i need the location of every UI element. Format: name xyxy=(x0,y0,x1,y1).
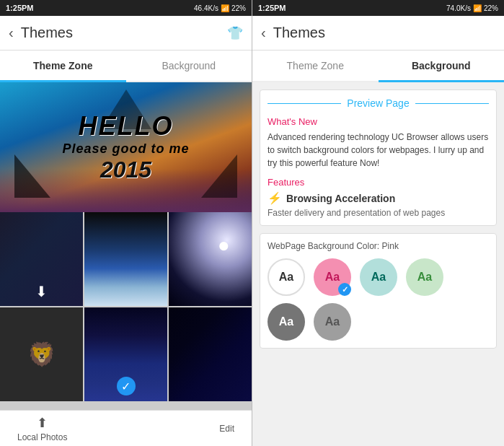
time-left: 1:25PM xyxy=(6,4,34,12)
tab-background-right[interactable]: Background xyxy=(379,51,505,82)
hero-year: 2015 xyxy=(100,157,151,183)
swatch-dark1[interactable]: Aa xyxy=(268,303,305,341)
title-left: Themes xyxy=(21,25,227,41)
status-bar-right: 1:25PM 74.0K/s 📶 22% xyxy=(252,0,504,16)
signal-icon-right: 📶 xyxy=(473,4,482,12)
swatch-green[interactable]: Aa xyxy=(406,258,443,296)
status-bar-left: 1:25PM 46.4K/s 📶 22% xyxy=(0,0,252,16)
right-panel: 1:25PM 74.0K/s 📶 22% ‹ Themes Theme Zone… xyxy=(252,0,504,446)
tab-theme-zone-right[interactable]: Theme Zone xyxy=(252,51,379,82)
feature-desc: Faster delivery and presentation of web … xyxy=(268,208,489,218)
swatch-pink[interactable]: Aa xyxy=(314,258,351,296)
whats-new-body: Advanced rendering technology UC Browser… xyxy=(268,131,489,170)
left-panel: 1:25PM 46.4K/s 📶 22% ‹ Themes 👕 Theme Zo… xyxy=(0,0,252,446)
lightning-icon: ⚡ xyxy=(268,191,282,205)
title-right: Themes xyxy=(273,25,495,41)
battery-right: 22% xyxy=(484,4,498,12)
back-button-right[interactable]: ‹ xyxy=(261,25,266,41)
swatch-white[interactable]: Aa xyxy=(268,258,305,296)
hero-title: HELLO xyxy=(79,111,174,141)
edit-label: Edit xyxy=(219,424,234,434)
upload-icon: ⬆ xyxy=(37,415,48,431)
battery-left: 22% xyxy=(231,4,246,12)
tab-background-left[interactable]: Background xyxy=(126,51,252,82)
selected-check: ✓ xyxy=(117,377,136,395)
preview-title-row: Preview Page xyxy=(268,97,489,109)
swatch-dark2[interactable]: Aa xyxy=(314,303,351,341)
local-photos-label: Local Photos xyxy=(17,432,67,442)
triangle-left-deco xyxy=(14,154,50,198)
edit-button[interactable]: Edit xyxy=(219,424,234,434)
thumbnail-grid: ⬇ ● 🦁 ✓ xyxy=(0,212,252,410)
triangle-right-deco xyxy=(201,154,237,198)
signal-icon: 📶 xyxy=(221,4,229,12)
color-swatches-row1: Aa Aa Aa Aa xyxy=(268,258,489,296)
feature-item-1: ⚡ Browsing Acceleration xyxy=(268,191,489,205)
hero-subtitle: Please good to me xyxy=(62,141,189,157)
preview-page-title: Preview Page xyxy=(347,97,409,109)
thumb-2[interactable] xyxy=(84,212,167,306)
bg-color-section: WebPage Background Color: Pink Aa Aa Aa … xyxy=(260,233,497,349)
thumb-5[interactable]: ✓ xyxy=(84,307,167,401)
status-icons-left: 46.4K/s 📶 22% xyxy=(194,4,246,12)
thumb-6[interactable] xyxy=(169,307,252,401)
bottom-bar-left: ⬆ Local Photos Edit xyxy=(0,410,252,446)
back-button-left[interactable]: ‹ xyxy=(9,25,14,41)
network-speed-right: 74.0K/s xyxy=(446,4,471,12)
hero-image: HELLO Please good to me 2015 xyxy=(0,82,252,212)
thumb-3[interactable]: ● xyxy=(169,212,252,306)
tab-theme-zone-left[interactable]: Theme Zone xyxy=(0,51,126,82)
status-icons-right: 74.0K/s 📶 22% xyxy=(446,4,498,12)
thumb-1[interactable]: ⬇ xyxy=(0,212,83,306)
bg-color-label: WebPage Background Color: Pink xyxy=(268,241,489,251)
shirt-icon[interactable]: 👕 xyxy=(227,25,243,41)
features-title: Features xyxy=(268,177,489,188)
swatch-teal[interactable]: Aa xyxy=(360,258,397,296)
network-speed-left: 46.4K/s xyxy=(194,4,218,12)
title-line-right xyxy=(415,103,489,104)
download-icon: ⬇ xyxy=(35,283,48,300)
preview-box: Preview Page What's New Advanced renderi… xyxy=(260,89,497,226)
top-bar-left: ‹ Themes 👕 xyxy=(0,16,252,51)
feature-name: Browsing Acceleration xyxy=(286,193,395,204)
thumb-4[interactable]: 🦁 xyxy=(0,307,83,401)
local-photos-button[interactable]: ⬆ Local Photos xyxy=(17,415,67,442)
tab-bar-right: Theme Zone Background xyxy=(252,51,504,82)
left-content: HELLO Please good to me 2015 ⬇ ● xyxy=(0,82,252,410)
top-bar-right: ‹ Themes xyxy=(252,16,504,51)
whats-new-title: What's New xyxy=(268,116,489,127)
tab-bar-left: Theme Zone Background xyxy=(0,51,252,82)
right-content: Preview Page What's New Advanced renderi… xyxy=(252,82,504,446)
color-swatches-row2: Aa Aa xyxy=(268,303,489,341)
time-right: 1:25PM xyxy=(258,4,286,12)
title-line-left xyxy=(268,103,341,104)
uc-logo-icon: 🦁 xyxy=(27,341,56,368)
